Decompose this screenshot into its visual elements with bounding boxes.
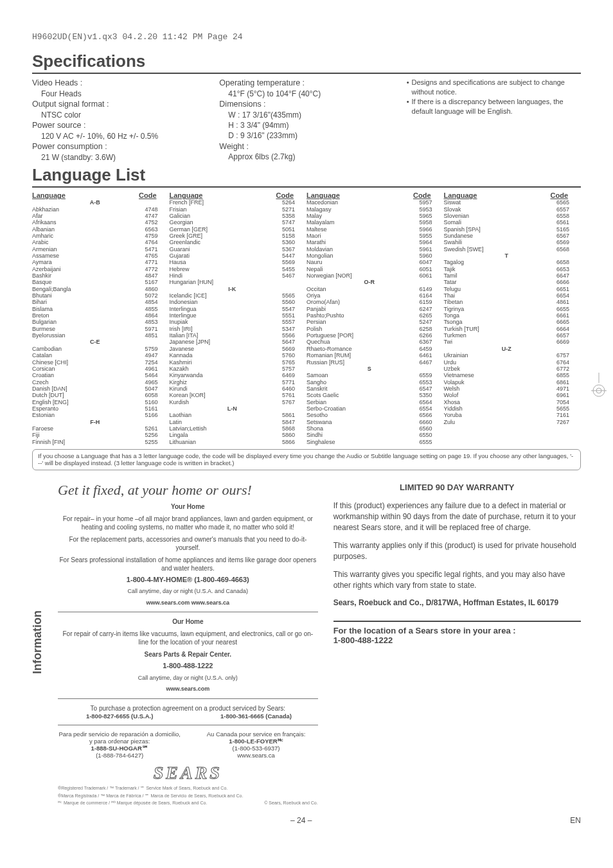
your-home-head: Your Home xyxy=(58,502,318,511)
language-row: French [FRE]5264 xyxy=(170,199,296,206)
language-name: Thai xyxy=(444,292,456,299)
language-name: Cambodian xyxy=(32,346,62,352)
language-code: 5961 xyxy=(419,246,432,252)
language-row: Czech4965 xyxy=(32,379,158,385)
language-code: 5757 xyxy=(282,366,295,372)
language-name: Tamil xyxy=(444,272,458,279)
language-row: Thai6654 xyxy=(444,292,570,299)
language-name: Spanish [SPA] xyxy=(444,226,481,233)
language-row: Albanian6563 xyxy=(32,226,158,233)
specifications-heading: Specifications xyxy=(32,51,581,74)
sp-phone: 1-888-SU-HOGAR℠ xyxy=(58,745,181,752)
language-code: 4860 xyxy=(145,286,157,292)
language-name: Assamese xyxy=(32,252,59,259)
language-code: 6061 xyxy=(419,272,432,279)
language-name: Georgian xyxy=(170,219,193,226)
legal-2: ®Marca Registrada / ™ Marca de Fábrica /… xyxy=(58,793,318,799)
language-code: 6559 xyxy=(419,372,432,378)
warranty-p3: This warranty gives you specific legal r… xyxy=(333,569,581,592)
language-row: Hebrew5455 xyxy=(170,266,296,272)
language-row: Chinese [CHI]7254 xyxy=(32,359,158,366)
language-row: Latvian;Lettish5868 xyxy=(170,425,296,432)
language-code: 6665 xyxy=(556,319,569,325)
language-code: 5467 xyxy=(282,272,295,279)
language-name: Laothian xyxy=(170,412,192,418)
language-name: Persian xyxy=(306,319,326,325)
language-name: Kazakh xyxy=(170,366,189,372)
language-column: Macedonian5957Malagasy5953Malay5965Malay… xyxy=(306,199,444,445)
language-row: Ukrainian6757 xyxy=(444,352,570,359)
language-name: Hebrew xyxy=(170,266,190,272)
language-name: Quechua xyxy=(306,339,330,345)
language-row: Tonga6661 xyxy=(444,312,570,319)
language-row: Slovak6557 xyxy=(444,206,570,213)
language-code: 7054 xyxy=(556,399,569,405)
page-lang: EN xyxy=(570,816,581,825)
language-row: Turkish [TUR]6664 xyxy=(444,326,570,332)
language-name: Danish [DAN] xyxy=(32,385,67,392)
language-code: 6461 xyxy=(419,352,432,359)
language-row: Croatian5464 xyxy=(32,372,158,378)
language-code: 7161 xyxy=(556,412,569,418)
lang-section-letter: T xyxy=(444,252,570,259)
language-note: If you choose a Language that has a 3 le… xyxy=(32,449,581,470)
language-name: Maltese xyxy=(306,226,327,233)
language-name: German [GER] xyxy=(170,226,208,233)
language-row: Greenlandic5360 xyxy=(170,239,296,245)
language-code: 6058 xyxy=(145,392,157,398)
language-code: 6653 xyxy=(556,266,569,272)
language-name: Setswana xyxy=(306,419,332,425)
language-name: Sangho xyxy=(306,379,326,385)
language-code: 5256 xyxy=(145,432,157,438)
language-row: Portuguese [POR]6266 xyxy=(306,332,432,339)
language-name: Tigrinya xyxy=(444,306,465,312)
language-code: 5160 xyxy=(145,399,157,405)
col-language: Language xyxy=(170,191,203,199)
language-name: Burmese xyxy=(32,326,55,332)
language-row: Gujarati5447 xyxy=(170,252,296,259)
language-row: Tigrinya6655 xyxy=(444,306,570,312)
language-code: 6647 xyxy=(556,272,569,279)
language-code: 6149 xyxy=(419,286,432,292)
language-name: Guarani xyxy=(170,246,190,252)
language-row: Bhutani5072 xyxy=(32,292,158,299)
language-code: 6558 xyxy=(556,213,569,219)
language-row: Serbo-Croatian6554 xyxy=(306,405,432,412)
language-name: Afar xyxy=(32,213,43,219)
language-row: Catalan4947 xyxy=(32,352,158,359)
language-row: Bashkir4847 xyxy=(32,272,158,279)
language-row: Afrikaans4752 xyxy=(32,219,158,226)
language-row: Tatar6666 xyxy=(444,279,570,285)
spec-value: 120 V AC +/- 10%, 60 Hz +/- 0.5% xyxy=(32,131,206,141)
language-name: Kashmiri xyxy=(170,359,192,366)
language-code: 4854 xyxy=(145,299,157,305)
language-code: 5165 xyxy=(556,226,569,233)
language-name: Faroese xyxy=(32,425,53,432)
language-code: 5955 xyxy=(419,233,432,239)
language-name: Nauru xyxy=(306,259,323,265)
page-number: – 24 – xyxy=(290,816,312,825)
language-code: 6861 xyxy=(556,379,569,385)
language-row: Polish6258 xyxy=(306,326,432,332)
language-name: Oromo(Afan) xyxy=(306,299,340,305)
language-row: Hungarian [HUN] xyxy=(170,279,296,285)
language-code: 5047 xyxy=(145,385,157,392)
language-row: German [GER]5051 xyxy=(170,226,296,233)
language-name: Yoruba xyxy=(444,412,462,418)
language-row: Macedonian5957 xyxy=(306,199,432,206)
language-row: Rhaeto-Romance6459 xyxy=(306,346,432,352)
language-row: Maltese5966 xyxy=(306,226,432,233)
language-name: Urdu xyxy=(444,359,457,366)
language-name: Malayalam xyxy=(306,219,335,226)
language-code: 5271 xyxy=(282,206,295,213)
language-name: Slovenian xyxy=(444,213,470,219)
language-row: Javanese5669 xyxy=(170,346,296,352)
language-code: 6764 xyxy=(556,359,569,366)
col-code: Code xyxy=(139,191,157,199)
language-name: Samoan xyxy=(306,372,328,378)
language-name: Breton xyxy=(32,312,49,319)
language-code: 5161 xyxy=(145,405,157,412)
language-code: 6757 xyxy=(556,352,569,359)
legal-1: ®Registered Trademark / ™ Trademark / ℠ … xyxy=(58,786,318,791)
language-code: 6568 xyxy=(556,246,569,252)
